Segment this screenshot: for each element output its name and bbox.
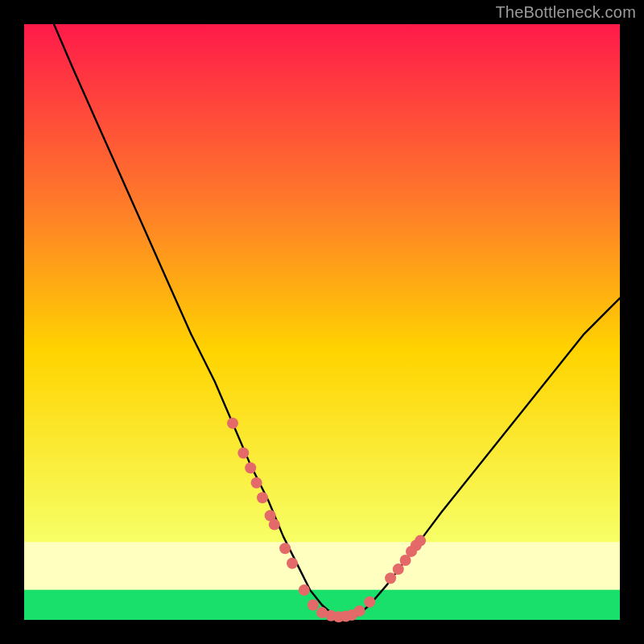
watermark-text: TheBottleneck.com [495, 3, 636, 22]
highlight-dot [415, 535, 426, 547]
highlight-dot [227, 418, 238, 429]
highlight-dot [245, 462, 256, 473]
plot-area [24, 24, 620, 620]
highlight-dot [308, 600, 319, 611]
highlight-dot [251, 477, 262, 489]
highlight-dot [257, 492, 268, 503]
highlight-dot [237, 448, 249, 459]
highlight-dot [279, 543, 291, 554]
chart-svg [24, 24, 620, 620]
bottleneck-curve [54, 24, 620, 617]
highlight-dot [354, 605, 365, 617]
highlight-dot [393, 564, 404, 575]
chart-frame: TheBottleneck.com [0, 0, 644, 644]
highlight-dot [287, 558, 298, 569]
highlight-dot [299, 584, 310, 596]
highlight-dot [269, 519, 280, 530]
highlight-dot [385, 572, 396, 584]
highlight-dot [364, 597, 375, 608]
highlight-dot-group [227, 418, 426, 623]
